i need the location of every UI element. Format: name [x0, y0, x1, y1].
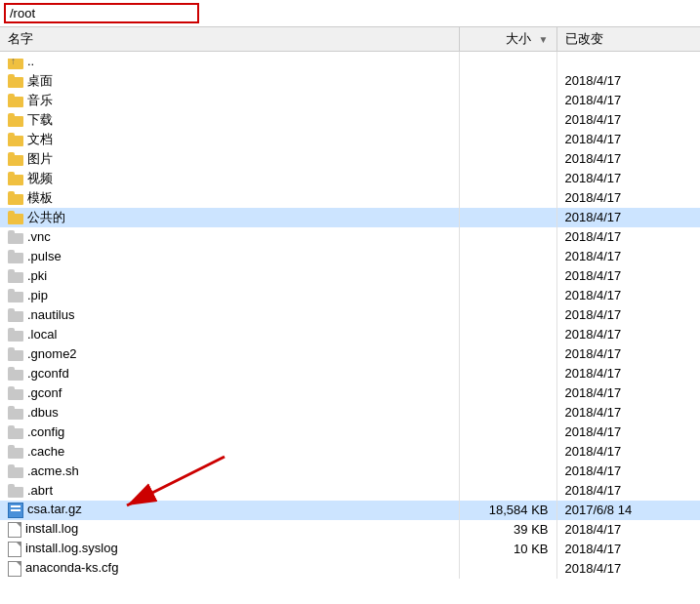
file-size-cell — [459, 169, 556, 188]
file-modified-cell: 2018/4/17 — [556, 540, 700, 559]
folder-icon — [8, 191, 23, 205]
file-size-cell — [459, 305, 556, 325]
file-name: .config — [27, 424, 64, 439]
file-name: anaconda-ks.cfg — [25, 560, 118, 575]
table-row[interactable]: .local2018/4/17 — [0, 325, 700, 344]
file-size-cell — [459, 130, 556, 149]
file-modified-cell: 2018/4/17 — [556, 71, 700, 91]
col-size[interactable]: 大小 ▼ — [459, 27, 556, 52]
folder-icon — [8, 308, 23, 322]
table-row[interactable]: 公共的2018/4/17 — [0, 208, 700, 227]
file-size-cell — [459, 208, 556, 227]
file-size-cell — [459, 481, 556, 501]
table-row[interactable]: .gconf2018/4/17 — [0, 383, 700, 403]
file-name-cell: .pki — [0, 266, 459, 286]
file-name-cell: 视频 — [0, 169, 459, 188]
file-name-cell: 图片 — [0, 149, 459, 169]
table-row[interactable]: .pulse2018/4/17 — [0, 247, 700, 266]
file-name-cell: 模板 — [0, 188, 459, 208]
file-modified-cell: 2018/4/17 — [556, 110, 700, 130]
file-icon — [8, 522, 21, 538]
file-name: 公共的 — [27, 210, 65, 224]
file-size-cell — [459, 286, 556, 305]
file-name-cell: install.log.syslog — [0, 540, 459, 559]
file-list-container: 名字 大小 ▼ 已改变 ..桌面2018/4/17音乐2018/4/17下载20… — [0, 27, 700, 603]
table-row[interactable]: .gconfd2018/4/17 — [0, 364, 700, 383]
file-modified-cell: 2018/4/17 — [556, 481, 700, 501]
file-size-cell — [459, 247, 556, 266]
file-size-cell — [459, 344, 556, 364]
table-row[interactable]: 图片2018/4/17 — [0, 149, 700, 169]
table-row[interactable]: 桌面2018/4/17 — [0, 71, 700, 91]
table-row[interactable]: install.log.syslog10 KB2018/4/17 — [0, 540, 700, 559]
table-row[interactable]: anaconda-ks.cfg2018/4/17 — [0, 559, 700, 579]
table-row[interactable]: 模板2018/4/17 — [0, 188, 700, 208]
file-name-cell: .pip — [0, 286, 459, 305]
file-name-cell: .gconfd — [0, 364, 459, 383]
file-size-cell: 18,584 KB — [459, 501, 556, 520]
col-name[interactable]: 名字 — [0, 27, 459, 52]
file-size-cell — [459, 149, 556, 169]
file-name: install.log — [25, 521, 78, 536]
file-icon — [8, 561, 21, 577]
table-row[interactable]: .pki2018/4/17 — [0, 266, 700, 286]
file-size-cell — [459, 52, 556, 71]
folder-icon — [8, 406, 23, 420]
file-name-cell: .gconf — [0, 383, 459, 403]
file-name: install.log.syslog — [25, 541, 118, 555]
file-name-cell: .. — [0, 52, 459, 71]
file-name: 文档 — [27, 132, 53, 146]
table-row[interactable]: .gnome22018/4/17 — [0, 344, 700, 364]
sort-arrow: ▼ — [539, 34, 549, 45]
file-name: .dbus — [27, 405, 59, 420]
table-row[interactable]: 视频2018/4/17 — [0, 169, 700, 188]
file-modified-cell: 2018/4/17 — [556, 462, 700, 481]
table-row[interactable]: 下载2018/4/17 — [0, 110, 700, 130]
file-modified-cell: 2018/4/17 — [556, 442, 700, 462]
file-name: .vnc — [27, 229, 51, 244]
file-modified-cell: 2018/4/17 — [556, 227, 700, 247]
table-row[interactable]: csa.tar.gz18,584 KB2017/6/8 14 — [0, 501, 700, 520]
file-modified-cell: 2018/4/17 — [556, 423, 700, 442]
file-name-cell: install.log — [0, 520, 459, 540]
file-size-cell — [459, 91, 556, 110]
table-row[interactable]: .config2018/4/17 — [0, 423, 700, 442]
table-row[interactable]: 音乐2018/4/17 — [0, 91, 700, 110]
table-row[interactable]: .acme.sh2018/4/17 — [0, 462, 700, 481]
folder-icon — [8, 94, 23, 107]
table-row[interactable]: 文档2018/4/17 — [0, 130, 700, 149]
table-row[interactable]: .pip2018/4/17 — [0, 286, 700, 305]
file-modified-cell: 2018/4/17 — [556, 520, 700, 540]
table-row[interactable]: .. — [0, 52, 700, 71]
file-name-cell: 下载 — [0, 110, 459, 130]
file-name: csa.tar.gz — [27, 502, 82, 516]
table-row[interactable]: .vnc2018/4/17 — [0, 227, 700, 247]
file-name: .gconfd — [27, 366, 69, 381]
folder-icon — [8, 269, 23, 283]
col-modified[interactable]: 已改变 — [556, 27, 700, 52]
file-modified-cell: 2018/4/17 — [556, 130, 700, 149]
file-name-cell: 公共的 — [0, 208, 459, 227]
file-name-cell: anaconda-ks.cfg — [0, 559, 459, 579]
table-row[interactable]: .dbus2018/4/17 — [0, 403, 700, 423]
file-name: .. — [27, 54, 34, 68]
file-name-cell: .local — [0, 325, 459, 344]
file-size-cell: 39 KB — [459, 520, 556, 540]
file-size-cell — [459, 462, 556, 481]
file-modified-cell: 2018/4/17 — [556, 169, 700, 188]
address-input[interactable] — [4, 3, 199, 23]
folder-icon — [8, 445, 23, 459]
file-name-cell: .config — [0, 423, 459, 442]
file-modified-cell: 2018/4/17 — [556, 188, 700, 208]
folder-icon — [8, 386, 23, 400]
archive-icon — [8, 503, 23, 518]
table-row[interactable]: .nautilus2018/4/17 — [0, 305, 700, 325]
file-modified-cell: 2018/4/17 — [556, 266, 700, 286]
table-row[interactable]: install.log39 KB2018/4/17 — [0, 520, 700, 540]
table-row[interactable]: .cache2018/4/17 — [0, 442, 700, 462]
table-row[interactable]: .abrt2018/4/17 — [0, 481, 700, 501]
file-name-cell: 文档 — [0, 130, 459, 149]
file-size-cell — [459, 442, 556, 462]
file-size-cell: 10 KB — [459, 540, 556, 559]
file-name: .pip — [27, 288, 48, 302]
